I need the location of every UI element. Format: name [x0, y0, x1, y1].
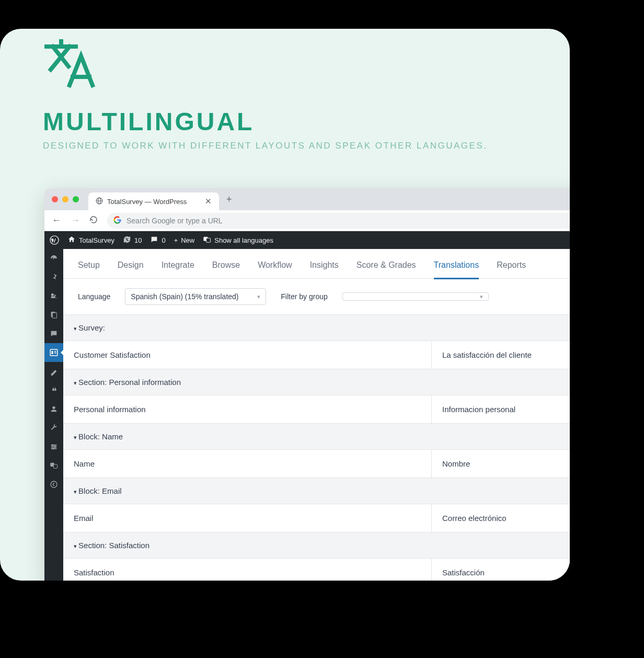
group-header[interactable]: Block: Name	[63, 424, 570, 450]
wp-logo-icon[interactable]	[50, 235, 59, 245]
tab-design[interactable]: Design	[118, 260, 144, 270]
languages-label: Show all languages	[214, 236, 273, 244]
tab-setup[interactable]: Setup	[78, 260, 100, 270]
maximize-window-icon[interactable]	[73, 196, 79, 202]
language-label: Language	[78, 292, 110, 301]
home-icon	[67, 235, 76, 245]
translation-row: Customer SatisfactionLa satisfacción del…	[63, 341, 570, 369]
plus-icon: +	[174, 236, 178, 244]
browser-toolbar: ← → Search Google or type a URL	[44, 210, 570, 231]
adminbar-site[interactable]: TotalSurvey	[67, 235, 114, 245]
minimize-window-icon[interactable]	[62, 196, 68, 202]
pin-icon[interactable]	[44, 268, 63, 287]
new-label: New	[181, 236, 194, 244]
target-text[interactable]: Nombre	[432, 450, 570, 478]
target-text[interactable]: Correo electrónico	[432, 504, 570, 532]
hero-subtitle: DESIGNED TO WORK WITH DIFFERENT LAYOUTS …	[43, 141, 487, 151]
plugins-icon[interactable]	[44, 381, 63, 400]
forward-button[interactable]: →	[71, 215, 80, 226]
browser-window: TotalSurvey — WordPress ✕ + ← → Search G…	[44, 188, 570, 581]
svg-rect-14	[52, 351, 53, 354]
target-text[interactable]: Satisfacción	[432, 559, 570, 581]
svg-point-26	[51, 481, 57, 487]
source-text: Name	[63, 450, 432, 478]
comment-icon	[150, 235, 158, 245]
group-header[interactable]: Section: Satisfaction	[63, 532, 570, 559]
group-header[interactable]: Block: Email	[63, 478, 570, 504]
comments-count: 0	[162, 236, 165, 244]
back-button[interactable]: ←	[52, 215, 61, 226]
pages-icon[interactable]	[44, 305, 63, 324]
svg-rect-21	[52, 444, 53, 446]
source-text: Personal information	[63, 395, 432, 423]
comments-menu-icon[interactable]	[44, 324, 63, 343]
group-header[interactable]: Section: Personal information	[63, 369, 570, 395]
svg-rect-25	[53, 464, 57, 468]
close-tab-icon[interactable]: ✕	[205, 197, 212, 206]
new-tab-button[interactable]: +	[226, 194, 232, 205]
target-text[interactable]: Informacion personal	[432, 395, 570, 423]
svg-point-17	[52, 406, 55, 409]
adminbar-updates[interactable]: 10	[123, 235, 142, 245]
tab-translations[interactable]: Translations	[434, 260, 479, 270]
globe-icon	[96, 197, 103, 206]
filters-row: Language Spanish (Spain) (15% translated…	[63, 279, 570, 315]
tab-workflow[interactable]: Workflow	[258, 260, 292, 270]
window-controls	[52, 196, 79, 202]
update-icon	[123, 235, 131, 245]
svg-point-8	[50, 236, 59, 244]
translation-row: NameNombre	[63, 450, 570, 478]
translation-row: SatisfactionSatisfacción	[63, 559, 570, 581]
svg-rect-13	[50, 349, 58, 356]
address-bar[interactable]: Search Google or type a URL	[107, 213, 570, 229]
translations-menu-icon[interactable]	[44, 456, 63, 475]
tools-icon[interactable]	[44, 418, 63, 437]
hero-title: MULTILINGUAL	[43, 107, 254, 136]
source-text: Satisfaction	[63, 559, 432, 581]
browser-tabbar: TotalSurvey — WordPress ✕ +	[44, 188, 570, 210]
tab-browse[interactable]: Browse	[212, 260, 240, 270]
svg-rect-19	[51, 446, 57, 447]
media-icon[interactable]	[44, 287, 63, 305]
appearance-icon[interactable]	[44, 362, 63, 381]
tab-title: TotalSurvey — WordPress	[107, 198, 187, 206]
omnibox-placeholder: Search Google or type a URL	[126, 217, 223, 225]
adminbar-languages[interactable]: Show all languages	[203, 235, 273, 245]
wp-adminbar: TotalSurvey 10 0 + New Show all language…	[44, 231, 570, 249]
svg-rect-10	[206, 238, 211, 242]
users-icon[interactable]	[44, 400, 63, 418]
tab-insights[interactable]: Insights	[310, 260, 339, 270]
dashboard-icon[interactable]	[44, 249, 63, 268]
svg-rect-22	[54, 446, 55, 448]
tab-score[interactable]: Score & Grades	[356, 260, 416, 270]
wp-sidebar	[44, 249, 63, 581]
settings-icon[interactable]	[44, 437, 63, 456]
group-label: Filter by group	[281, 292, 327, 301]
svg-rect-12	[52, 313, 56, 318]
group-select[interactable]	[342, 292, 489, 301]
adminbar-new[interactable]: + New	[174, 236, 195, 244]
reload-button[interactable]	[89, 215, 98, 226]
translations-table: Survey:Customer SatisfactionLa satisfacc…	[63, 315, 570, 581]
translation-row: EmailCorreo electrónico	[63, 504, 570, 532]
wp-content: Setup Design Integrate Browse Workflow I…	[63, 249, 570, 581]
updates-count: 10	[134, 236, 142, 244]
adminbar-comments[interactable]: 0	[150, 235, 165, 245]
source-text: Customer Satisfaction	[63, 341, 432, 369]
tab-integrate[interactable]: Integrate	[162, 260, 194, 270]
survey-tabs: Setup Design Integrate Browse Workflow I…	[63, 249, 570, 279]
svg-rect-23	[53, 448, 54, 449]
translation-row: Personal informationInformacion personal	[63, 395, 570, 424]
source-text: Email	[63, 504, 432, 532]
translate-icon	[44, 39, 97, 91]
collapse-icon[interactable]	[44, 475, 63, 494]
close-window-icon[interactable]	[52, 196, 58, 202]
group-header[interactable]: Survey:	[63, 315, 570, 341]
target-text[interactable]: La satisfacción del cliente	[432, 341, 570, 369]
browser-tab[interactable]: TotalSurvey — WordPress ✕	[88, 192, 219, 210]
survey-icon[interactable]	[44, 343, 63, 362]
language-select[interactable]: Spanish (Spain) (15% translated)	[125, 288, 266, 305]
google-icon	[113, 216, 121, 225]
tab-reports[interactable]: Reports	[497, 260, 526, 270]
site-name: TotalSurvey	[79, 236, 114, 244]
